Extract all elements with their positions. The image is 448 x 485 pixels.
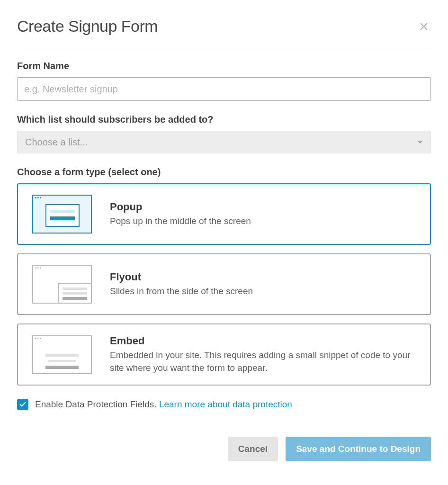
data-protection-text: Enable Data Protection Fields. Learn mor… <box>35 399 292 410</box>
data-protection-checkbox[interactable] <box>17 399 28 410</box>
form-name-input[interactable] <box>17 77 431 101</box>
form-type-title: Flyout <box>110 271 416 283</box>
form-name-label: Form Name <box>17 61 431 72</box>
cancel-button[interactable]: Cancel <box>228 437 278 461</box>
form-type-desc: Pops up in the middle of the screen <box>110 215 416 228</box>
popup-thumbnail-icon <box>32 195 92 234</box>
close-icon[interactable] <box>417 19 431 34</box>
data-protection-label: Enable Data Protection Fields. <box>35 399 157 409</box>
form-type-title: Popup <box>110 201 416 213</box>
list-select-label: Which list should subscribers be added t… <box>17 114 431 125</box>
dialog-title: Create Signup Form <box>17 17 158 36</box>
chevron-down-icon <box>417 141 423 144</box>
form-type-label: Choose a form type (select one) <box>17 167 431 178</box>
form-type-desc: Embedded in your site. This requires add… <box>110 349 416 374</box>
form-type-option-popup[interactable]: Popup Pops up in the middle of the scree… <box>17 183 431 245</box>
flyout-thumbnail-icon <box>32 265 92 304</box>
list-select[interactable]: Choose a list... <box>17 131 431 153</box>
form-type-title: Embed <box>110 335 416 347</box>
form-type-option-embed[interactable]: Embed Embedded in your site. This requir… <box>17 323 431 386</box>
data-protection-link[interactable]: Learn more about data protection <box>159 399 292 409</box>
embed-thumbnail-icon <box>32 335 92 374</box>
form-type-option-flyout[interactable]: Flyout Slides in from the side of the sc… <box>17 253 431 315</box>
save-continue-button[interactable]: Save and Continue to Design <box>286 437 431 461</box>
form-type-desc: Slides in from the side of the screen <box>110 285 416 298</box>
list-select-placeholder: Choose a list... <box>25 137 88 148</box>
